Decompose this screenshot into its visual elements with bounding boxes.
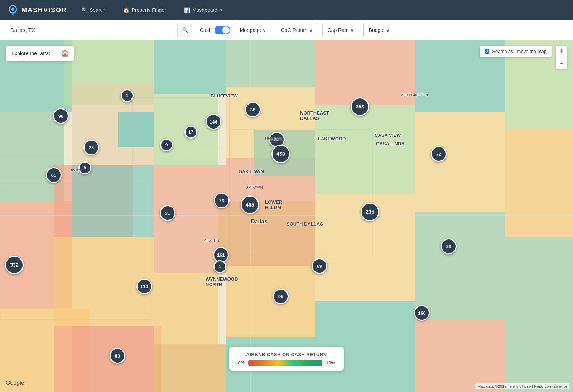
nav-search[interactable]: 🔍 Search [78,5,109,15]
logo-icon [7,4,19,16]
search-as-move-checkbox[interactable] [485,49,489,54]
svg-rect-31 [505,130,573,237]
explore-data-label: Explore the Data: [6,47,56,60]
cluster-marker[interactable]: 69 [312,258,327,274]
cluster-marker[interactable]: 95 [273,289,289,304]
cluster-marker[interactable]: 166 [414,305,430,321]
logo[interactable]: MASHVISOR [7,4,67,16]
svg-rect-37 [118,112,154,147]
cash-toggle[interactable] [215,26,230,34]
map-data-info: Map data ©2019 Terms of Use | Report a m… [475,383,569,389]
svg-rect-23 [315,105,415,194]
logo-text: MASHVISOR [21,6,67,14]
cluster-marker[interactable]: 9 [160,139,173,151]
cluster-marker[interactable]: 1 [213,260,226,273]
svg-rect-16 [154,344,226,392]
mortgage-filter[interactable]: Mortgage ∨ [235,23,271,37]
svg-rect-29 [415,319,505,392]
nav-property-finder[interactable]: 🏠 Property Finder [120,5,169,15]
location-input[interactable] [6,23,177,37]
legend-min-label: 0% [238,360,245,366]
svg-rect-27 [415,112,505,212]
search-bar: 🔍 Cash Mortgage ∨ CoC Return ∨ Cap Rate … [0,20,573,40]
cluster-marker[interactable]: 465 [241,195,259,214]
cluster-marker[interactable]: 144 [206,114,221,130]
cluster-marker[interactable]: 5 [78,161,91,174]
legend-bar-row: 0% 19% [238,360,335,366]
map-data-text: Map data ©2019 Terms of Use | Report a m… [477,384,567,388]
budget-filter[interactable]: Budget ∨ [363,23,395,37]
location-search-button[interactable]: 🔍 [177,23,192,37]
legend-gradient-bar [248,360,322,366]
cluster-marker[interactable]: 17 [184,126,197,139]
zoom-out-button[interactable]: - [556,57,567,69]
cluster-marker[interactable]: 23 [214,193,230,208]
svg-rect-28 [415,212,505,319]
cluster-marker[interactable]: 83 [110,348,125,364]
budget-filter-label: Budget ∨ [369,27,390,33]
search-as-move-label: Search as I move the map [492,49,546,54]
cash-label: Cash [200,27,212,33]
cash-toggle-area: Cash [200,26,230,34]
cluster-marker[interactable]: 1 [121,89,134,102]
cap-rate-filter[interactable]: Cap Rate ∨ [322,23,359,37]
mortgage-filter-label: Mortgage ∨ [240,27,266,33]
property-finder-icon: 🏠 [123,7,129,13]
legend: AIRBNB CASH ON CASH RETURN 0% 19% [229,347,344,371]
svg-rect-22 [315,40,415,105]
cluster-marker[interactable]: 353 [351,97,369,116]
cluster-marker[interactable]: 36 [245,102,261,117]
cluster-marker[interactable]: 31 [160,205,175,221]
cluster-marker[interactable]: 332 [5,256,24,274]
map-container[interactable]: 1981443635317923325450726523314652353322… [0,40,573,392]
cluster-marker[interactable]: 110 [136,279,152,294]
google-logo-text: Google [6,380,24,386]
cluster-marker[interactable]: 98 [53,108,69,124]
coc-return-filter[interactable]: CoC Return ∨ [276,23,318,37]
search-as-move-control: Search as I move the map [480,46,552,57]
legend-max-label: 19% [326,360,335,366]
cluster-marker[interactable]: 235 [361,203,379,221]
cluster-marker[interactable]: 65 [46,167,62,183]
nav-search-label: Search [90,7,105,13]
explore-data-panel: Explore the Data: 🏠 [6,46,74,61]
cap-rate-filter-label: Cap Rate ∨ [328,27,354,33]
home-button[interactable]: 🏠 [56,46,74,61]
svg-rect-32 [505,237,573,392]
search-nav-icon: 🔍 [81,7,87,13]
cluster-marker[interactable]: 72 [431,146,447,162]
nav-property-finder-label: Property Finder [131,7,166,13]
zoom-controls: + - [556,46,567,69]
svg-rect-36 [218,201,315,266]
cluster-marker[interactable]: 450 [271,145,290,163]
svg-rect-20 [226,266,315,337]
chevron-down-icon: ▼ [220,8,223,12]
legend-title: AIRBNB CASH ON CASH RETURN [238,352,335,357]
nav-mashboard-label: Mashboard [192,7,217,13]
cluster-marker[interactable]: 23 [83,140,99,155]
svg-rect-34 [72,165,154,237]
cluster-marker[interactable]: 29 [441,238,457,254]
mashboard-icon: 📊 [184,7,190,13]
navbar: MASHVISOR 🔍 Search 🏠 Property Finder 📊 M… [0,0,573,20]
svg-rect-12 [154,40,226,94]
google-logo: Google [6,380,24,386]
location-input-wrapper[interactable]: 🔍 [6,23,192,37]
coc-return-filter-label: CoC Return ∨ [281,27,313,33]
nav-mashboard[interactable]: 📊 Mashboard ▼ [180,5,227,15]
svg-rect-17 [226,40,315,87]
svg-point-1 [11,8,14,11]
zoom-in-button[interactable]: + [556,46,567,57]
map-background [0,40,573,392]
toggle-knob [222,26,230,34]
svg-rect-15 [154,273,218,344]
